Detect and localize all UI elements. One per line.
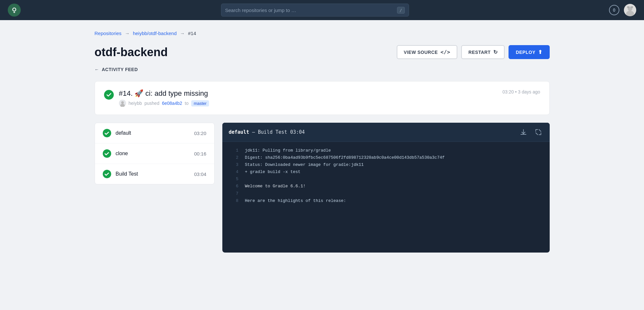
restart-label: RESTART xyxy=(468,50,491,55)
log-line: 8 Here are the highlights of this releas… xyxy=(222,197,550,205)
log-title: default — Build Test 03:04 xyxy=(229,129,305,135)
svg-rect-3 xyxy=(13,12,15,13)
user-avatar[interactable] xyxy=(624,4,636,16)
search-wrapper: / xyxy=(26,4,604,17)
line-content: Welcome to Gradle 6.6.1! xyxy=(245,183,306,190)
line-content: Status: Downloaded newer image for gradl… xyxy=(245,161,364,168)
activity-feed-link[interactable]: ← ACTIVITY FEED xyxy=(95,67,550,72)
build-emoji: 🚀 xyxy=(135,89,143,97)
build-separator: • xyxy=(515,89,518,94)
line-number: 4 xyxy=(229,168,239,176)
line-number: 1 xyxy=(229,147,239,154)
breadcrumb-current: #14 xyxy=(188,31,196,36)
step-duration-build-test: 03:04 xyxy=(194,171,206,177)
restart-icon: ↻ xyxy=(493,49,498,55)
build-card: #14. 🚀 ci: add type missing heiybb pushe… xyxy=(95,81,550,115)
line-number: 3 xyxy=(229,161,239,168)
step-success-icon-clone xyxy=(103,149,111,158)
deploy-icon: ⬆ xyxy=(538,49,543,55)
svg-point-8 xyxy=(631,6,633,8)
build-duration: 03:20 xyxy=(502,89,514,94)
log-line: 4 + gradle build -x test xyxy=(222,168,550,176)
build-action: pushed xyxy=(145,101,159,106)
build-commit-link[interactable]: 6e08a4b2 xyxy=(162,101,182,106)
line-content: jdk11: Pulling from library/gradle xyxy=(245,147,331,154)
search-bar[interactable]: / xyxy=(221,4,409,17)
line-number: 5 xyxy=(229,176,239,183)
restart-button[interactable]: RESTART ↻ xyxy=(461,45,505,59)
build-commit-message: ci: add type missing xyxy=(146,89,208,97)
line-number: 2 xyxy=(229,154,239,161)
log-line: 6 Welcome to Gradle 6.6.1! xyxy=(222,183,550,190)
log-line: 3 Status: Downloaded newer image for gra… xyxy=(222,161,550,168)
steps-log-row: default 03:20 clone 00:16 Buil xyxy=(95,123,550,253)
build-time: 03:20 • 3 days ago xyxy=(502,89,540,94)
page-title: otdf-backend xyxy=(95,45,168,59)
back-arrow-icon: ← xyxy=(95,67,100,72)
step-duration-clone: 00:16 xyxy=(194,151,206,156)
search-shortcut-key: / xyxy=(397,7,405,14)
line-number: 7 xyxy=(229,190,239,197)
step-item-build-test[interactable]: Build Test 03:04 xyxy=(95,164,214,184)
steps-panel: default 03:20 clone 00:16 Buil xyxy=(95,123,215,184)
activity-feed-label: ACTIVITY FEED xyxy=(102,67,138,72)
view-source-button[interactable]: VIEW SOURCE </> xyxy=(397,45,457,59)
step-name-build-test: Build Test xyxy=(116,171,138,177)
deploy-button[interactable]: DEPLOY ⬆ xyxy=(509,45,549,59)
step-name-default: default xyxy=(116,130,131,136)
log-line: 7 xyxy=(222,190,550,197)
breadcrumb-sep-2: → xyxy=(180,31,185,36)
line-content: Digest: sha256:0ba4ad93b9fbc5ec687506f2f… xyxy=(245,154,445,161)
log-panel: default — Build Test 03:04 xyxy=(222,123,550,253)
view-source-label: VIEW SOURCE xyxy=(404,50,438,55)
log-download-button[interactable] xyxy=(519,127,528,137)
notifications-badge[interactable]: 0 xyxy=(609,5,619,15)
svg-point-7 xyxy=(627,6,629,8)
log-expand-button[interactable] xyxy=(533,127,543,137)
breadcrumb: Repositories → heiybb/otdf-backend → #14 xyxy=(95,31,550,36)
page-title-row: otdf-backend VIEW SOURCE </> RESTART ↻ D… xyxy=(95,45,550,59)
breadcrumb-repo[interactable]: heiybb/otdf-backend xyxy=(133,31,177,36)
build-subtitle: heiybb pushed 6e08a4b2 to master xyxy=(119,100,209,107)
step-left-clone: clone xyxy=(103,149,128,158)
build-info: #14. 🚀 ci: add type missing heiybb pushe… xyxy=(104,89,209,107)
build-user-avatar xyxy=(119,100,126,107)
app-header: / 0 xyxy=(0,0,644,20)
build-number: #14. xyxy=(119,89,133,97)
breadcrumb-sep-1: → xyxy=(125,31,130,36)
search-input[interactable] xyxy=(225,7,394,13)
svg-point-2 xyxy=(13,8,16,11)
log-header: default — Build Test 03:04 xyxy=(222,123,550,142)
build-success-icon xyxy=(104,90,114,100)
step-item-default[interactable]: default 03:20 xyxy=(95,123,214,143)
build-branch-prefix: to xyxy=(185,101,189,106)
step-left-default: default xyxy=(103,129,131,137)
log-actions xyxy=(519,127,543,137)
logo[interactable] xyxy=(8,4,21,17)
build-title: #14. 🚀 ci: add type missing xyxy=(119,89,209,98)
main-content: Repositories → heiybb/otdf-backend → #14… xyxy=(79,20,565,263)
line-content: Here are the highlights of this release: xyxy=(245,197,346,205)
title-actions: VIEW SOURCE </> RESTART ↻ DEPLOY ⬆ xyxy=(397,45,550,59)
build-ago: 3 days ago xyxy=(518,89,540,94)
build-details: #14. 🚀 ci: add type missing heiybb pushe… xyxy=(119,89,209,107)
build-branch: master xyxy=(191,100,209,106)
deploy-label: DEPLOY xyxy=(516,50,535,55)
line-number: 8 xyxy=(229,197,239,205)
log-line: 5 xyxy=(222,176,550,183)
breadcrumb-repos[interactable]: Repositories xyxy=(95,31,122,36)
step-success-icon-default xyxy=(103,129,111,137)
line-content: + gradle build -x test xyxy=(245,168,301,176)
code-icon: </> xyxy=(440,49,450,55)
header-right: 0 xyxy=(609,4,636,16)
step-left-build-test: Build Test xyxy=(103,170,138,178)
step-success-icon-build-test xyxy=(103,170,111,178)
svg-point-10 xyxy=(121,101,124,104)
step-duration-default: 03:20 xyxy=(194,130,206,136)
log-title-rest: — Build Test 03:04 xyxy=(252,129,305,135)
log-body: 1 jdk11: Pulling from library/gradle 2 D… xyxy=(222,142,550,210)
step-item-clone[interactable]: clone 00:16 xyxy=(95,143,214,164)
log-line: 1 jdk11: Pulling from library/gradle xyxy=(222,147,550,154)
build-user: heiybb xyxy=(129,101,142,106)
step-name-clone: clone xyxy=(116,151,128,156)
